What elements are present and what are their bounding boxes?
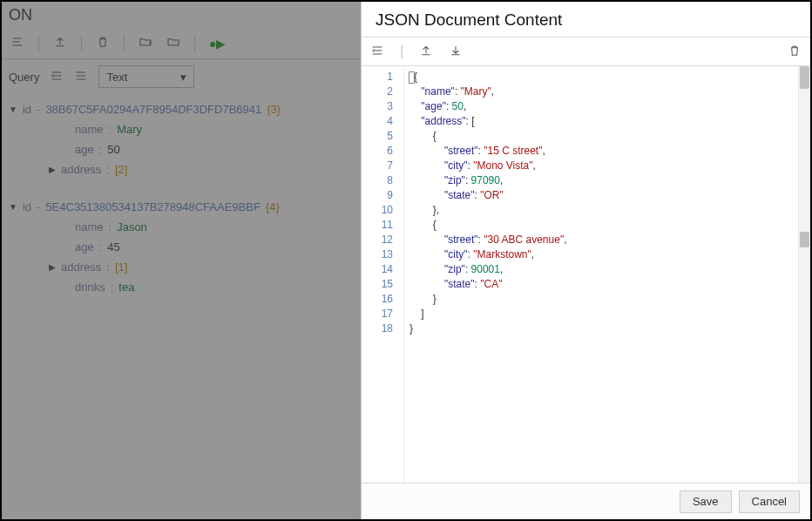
editor-scroll-thumb[interactable] <box>800 66 809 89</box>
code-line[interactable]: }, <box>409 203 810 218</box>
line-number: 13 <box>362 247 393 262</box>
code-line[interactable]: "zip": 90001, <box>409 262 810 277</box>
editor-scroll-track[interactable] <box>798 66 810 483</box>
code-area[interactable]: { "name": "Mary", "age": 50, "address": … <box>403 66 810 483</box>
code-line[interactable]: { <box>409 70 810 85</box>
line-number: 2 <box>362 85 393 99</box>
line-number: 17 <box>362 307 393 321</box>
delete-icon[interactable] <box>788 44 802 60</box>
save-button[interactable]: Save <box>680 491 732 513</box>
separator: | <box>400 44 403 59</box>
code-line[interactable]: } <box>409 321 810 336</box>
line-number: 9 <box>362 188 393 203</box>
line-number: 18 <box>362 321 393 336</box>
line-number: 6 <box>362 144 393 159</box>
import-icon[interactable] <box>449 44 463 60</box>
code-editor[interactable]: 123456789101112131415161718 { "name": "M… <box>362 66 810 483</box>
line-number: 4 <box>362 114 393 129</box>
code-line[interactable]: } <box>409 292 810 307</box>
line-number: 1 <box>362 70 393 85</box>
line-number: 14 <box>362 262 393 277</box>
code-line[interactable]: ] <box>409 307 810 321</box>
export-icon[interactable] <box>419 44 433 60</box>
code-line[interactable]: "state": "OR" <box>409 188 810 203</box>
scroll-position-marker <box>800 232 809 247</box>
code-line[interactable]: "street": "15 C street", <box>409 144 810 159</box>
modal-footer: Save Cancel <box>362 483 810 519</box>
line-number: 10 <box>362 203 393 218</box>
modal-title: JSON Document Content <box>362 2 810 37</box>
code-line[interactable]: "city": "Mono Vista", <box>409 159 810 173</box>
line-number: 12 <box>362 233 393 247</box>
line-number: 16 <box>362 292 393 307</box>
code-line[interactable]: { <box>409 129 810 144</box>
line-number: 8 <box>362 173 393 188</box>
code-line[interactable]: "city": "Markstown", <box>409 247 810 262</box>
line-number: 3 <box>362 99 393 114</box>
code-line[interactable]: "address": [ <box>409 114 810 129</box>
line-number: 15 <box>362 277 393 292</box>
code-line[interactable]: "state": "CA" <box>409 277 810 292</box>
code-line[interactable]: "street": "30 ABC avenue", <box>409 233 810 247</box>
modal-toolbar: | <box>362 37 810 66</box>
json-editor-modal: JSON Document Content | 1234567891011121… <box>361 2 810 519</box>
cancel-button[interactable]: Cancel <box>739 491 800 513</box>
line-number-gutter: 123456789101112131415161718 <box>362 66 403 483</box>
line-number: 7 <box>362 159 393 173</box>
code-line[interactable]: "name": "Mary", <box>409 85 810 99</box>
line-number: 11 <box>362 218 393 233</box>
line-number: 5 <box>362 129 393 144</box>
code-line[interactable]: { <box>409 218 810 233</box>
format-icon[interactable] <box>370 44 384 60</box>
code-line[interactable]: "age": 50, <box>409 99 810 114</box>
code-line[interactable]: "zip": 97090, <box>409 173 810 188</box>
